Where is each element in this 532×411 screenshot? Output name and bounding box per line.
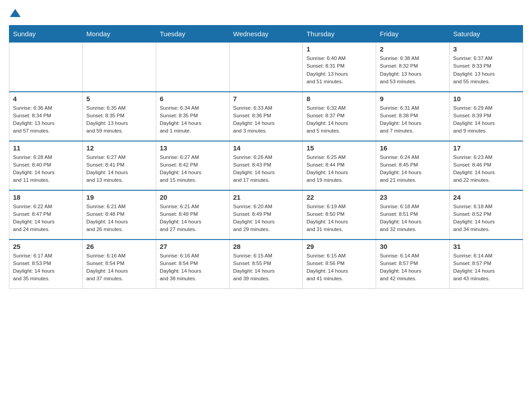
day-info: Sunrise: 6:19 AM Sunset: 8:50 PM Dayligh… [306,203,372,234]
weekday-header-friday: Friday [376,26,450,43]
day-number: 22 [306,193,372,201]
day-info: Sunrise: 6:16 AM Sunset: 8:54 PM Dayligh… [86,252,152,283]
calendar-cell: 23Sunrise: 6:18 AM Sunset: 8:51 PM Dayli… [376,190,450,240]
day-number: 4 [13,95,79,103]
day-info: Sunrise: 6:40 AM Sunset: 8:31 PM Dayligh… [306,55,372,86]
calendar-cell: 11Sunrise: 6:28 AM Sunset: 8:40 PM Dayli… [9,141,83,190]
calendar-cell: 5Sunrise: 6:35 AM Sunset: 8:35 PM Daylig… [82,92,156,141]
calendar-cell: 28Sunrise: 6:15 AM Sunset: 8:55 PM Dayli… [229,240,303,289]
calendar-cell: 4Sunrise: 6:36 AM Sunset: 8:34 PM Daylig… [9,92,83,141]
day-number: 12 [86,144,152,152]
day-info: Sunrise: 6:26 AM Sunset: 8:43 PM Dayligh… [233,154,299,184]
calendar-cell [82,43,156,92]
day-number: 18 [13,193,79,201]
calendar-cell: 25Sunrise: 6:17 AM Sunset: 8:53 PM Dayli… [9,240,83,289]
day-number: 19 [86,193,152,201]
calendar-cell: 19Sunrise: 6:21 AM Sunset: 8:48 PM Dayli… [82,190,156,240]
day-info: Sunrise: 6:33 AM Sunset: 8:36 PM Dayligh… [233,104,299,135]
weekday-header-monday: Monday [82,26,156,43]
day-info: Sunrise: 6:32 AM Sunset: 8:37 PM Dayligh… [306,104,372,135]
calendar-cell: 14Sunrise: 6:26 AM Sunset: 8:43 PM Dayli… [229,141,303,190]
day-number: 27 [160,243,226,250]
week-row-3: 11Sunrise: 6:28 AM Sunset: 8:40 PM Dayli… [9,141,523,190]
day-info: Sunrise: 6:18 AM Sunset: 8:52 PM Dayligh… [453,203,519,234]
day-info: Sunrise: 6:31 AM Sunset: 8:38 PM Dayligh… [380,104,446,135]
day-number: 8 [306,95,372,103]
calendar-cell: 13Sunrise: 6:27 AM Sunset: 8:42 PM Dayli… [156,141,229,190]
day-number: 25 [13,243,79,250]
day-number: 21 [233,193,299,201]
day-info: Sunrise: 6:14 AM Sunset: 8:57 PM Dayligh… [380,252,446,283]
weekday-header-tuesday: Tuesday [156,26,229,43]
day-info: Sunrise: 6:16 AM Sunset: 8:54 PM Dayligh… [160,252,226,283]
day-number: 20 [160,193,226,201]
day-number: 31 [453,243,519,250]
day-info: Sunrise: 6:21 AM Sunset: 8:49 PM Dayligh… [160,203,226,234]
calendar-cell: 15Sunrise: 6:25 AM Sunset: 8:44 PM Dayli… [303,141,376,190]
logo [9,9,21,17]
day-info: Sunrise: 6:15 AM Sunset: 8:56 PM Dayligh… [306,252,372,283]
day-number: 10 [453,95,519,103]
day-info: Sunrise: 6:25 AM Sunset: 8:44 PM Dayligh… [306,154,372,184]
week-row-1: 1Sunrise: 6:40 AM Sunset: 8:31 PM Daylig… [9,43,523,92]
calendar-cell: 16Sunrise: 6:24 AM Sunset: 8:45 PM Dayli… [376,141,450,190]
day-info: Sunrise: 6:18 AM Sunset: 8:51 PM Dayligh… [380,203,446,234]
calendar-cell: 17Sunrise: 6:23 AM Sunset: 8:46 PM Dayli… [450,141,523,190]
calendar-table: SundayMondayTuesdayWednesdayThursdayFrid… [9,25,523,289]
day-number: 28 [233,243,299,250]
day-info: Sunrise: 6:27 AM Sunset: 8:41 PM Dayligh… [86,154,152,184]
day-info: Sunrise: 6:24 AM Sunset: 8:45 PM Dayligh… [380,154,446,184]
day-info: Sunrise: 6:37 AM Sunset: 8:33 PM Dayligh… [453,55,519,86]
day-number: 1 [306,45,372,53]
calendar-cell: 27Sunrise: 6:16 AM Sunset: 8:54 PM Dayli… [156,240,229,289]
day-number: 26 [86,243,152,250]
weekday-header-saturday: Saturday [450,26,523,43]
day-number: 13 [160,144,226,152]
page-header [9,9,523,17]
calendar-cell: 22Sunrise: 6:19 AM Sunset: 8:50 PM Dayli… [303,190,376,240]
calendar-cell [229,43,303,92]
calendar-cell: 24Sunrise: 6:18 AM Sunset: 8:52 PM Dayli… [450,190,523,240]
day-number: 23 [380,193,446,201]
day-info: Sunrise: 6:20 AM Sunset: 8:49 PM Dayligh… [233,203,299,234]
day-info: Sunrise: 6:22 AM Sunset: 8:47 PM Dayligh… [13,203,79,234]
calendar-cell: 30Sunrise: 6:14 AM Sunset: 8:57 PM Dayli… [376,240,450,289]
day-info: Sunrise: 6:21 AM Sunset: 8:48 PM Dayligh… [86,203,152,234]
calendar-cell: 21Sunrise: 6:20 AM Sunset: 8:49 PM Dayli… [229,190,303,240]
calendar-cell: 8Sunrise: 6:32 AM Sunset: 8:37 PM Daylig… [303,92,376,141]
day-number: 29 [306,243,372,250]
weekday-header-row: SundayMondayTuesdayWednesdayThursdayFrid… [9,26,523,43]
calendar-cell: 18Sunrise: 6:22 AM Sunset: 8:47 PM Dayli… [9,190,83,240]
day-number: 30 [380,243,446,250]
weekday-header-thursday: Thursday [303,26,376,43]
day-info: Sunrise: 6:36 AM Sunset: 8:34 PM Dayligh… [13,104,79,135]
calendar-cell: 12Sunrise: 6:27 AM Sunset: 8:41 PM Dayli… [82,141,156,190]
calendar-cell: 26Sunrise: 6:16 AM Sunset: 8:54 PM Dayli… [82,240,156,289]
day-number: 7 [233,95,299,103]
calendar-cell: 10Sunrise: 6:29 AM Sunset: 8:39 PM Dayli… [450,92,523,141]
week-row-2: 4Sunrise: 6:36 AM Sunset: 8:34 PM Daylig… [9,92,523,141]
calendar-cell: 6Sunrise: 6:34 AM Sunset: 8:35 PM Daylig… [156,92,229,141]
day-number: 3 [453,45,519,53]
day-info: Sunrise: 6:34 AM Sunset: 8:35 PM Dayligh… [160,104,226,135]
calendar-cell: 20Sunrise: 6:21 AM Sunset: 8:49 PM Dayli… [156,190,229,240]
day-info: Sunrise: 6:14 AM Sunset: 8:57 PM Dayligh… [453,252,519,283]
day-info: Sunrise: 6:17 AM Sunset: 8:53 PM Dayligh… [13,252,79,283]
calendar-cell: 3Sunrise: 6:37 AM Sunset: 8:33 PM Daylig… [450,43,523,92]
calendar-cell: 9Sunrise: 6:31 AM Sunset: 8:38 PM Daylig… [376,92,450,141]
day-info: Sunrise: 6:15 AM Sunset: 8:55 PM Dayligh… [233,252,299,283]
day-number: 11 [13,144,79,152]
day-number: 6 [160,95,226,103]
day-info: Sunrise: 6:27 AM Sunset: 8:42 PM Dayligh… [160,154,226,184]
calendar-cell: 7Sunrise: 6:33 AM Sunset: 8:36 PM Daylig… [229,92,303,141]
day-info: Sunrise: 6:35 AM Sunset: 8:35 PM Dayligh… [86,104,152,135]
day-number: 14 [233,144,299,152]
week-row-4: 18Sunrise: 6:22 AM Sunset: 8:47 PM Dayli… [9,190,523,240]
day-number: 2 [380,45,446,53]
calendar-cell: 2Sunrise: 6:38 AM Sunset: 8:32 PM Daylig… [376,43,450,92]
day-number: 9 [380,95,446,103]
day-info: Sunrise: 6:38 AM Sunset: 8:32 PM Dayligh… [380,55,446,86]
calendar-cell: 29Sunrise: 6:15 AM Sunset: 8:56 PM Dayli… [303,240,376,289]
calendar-cell: 31Sunrise: 6:14 AM Sunset: 8:57 PM Dayli… [450,240,523,289]
day-number: 17 [453,144,519,152]
